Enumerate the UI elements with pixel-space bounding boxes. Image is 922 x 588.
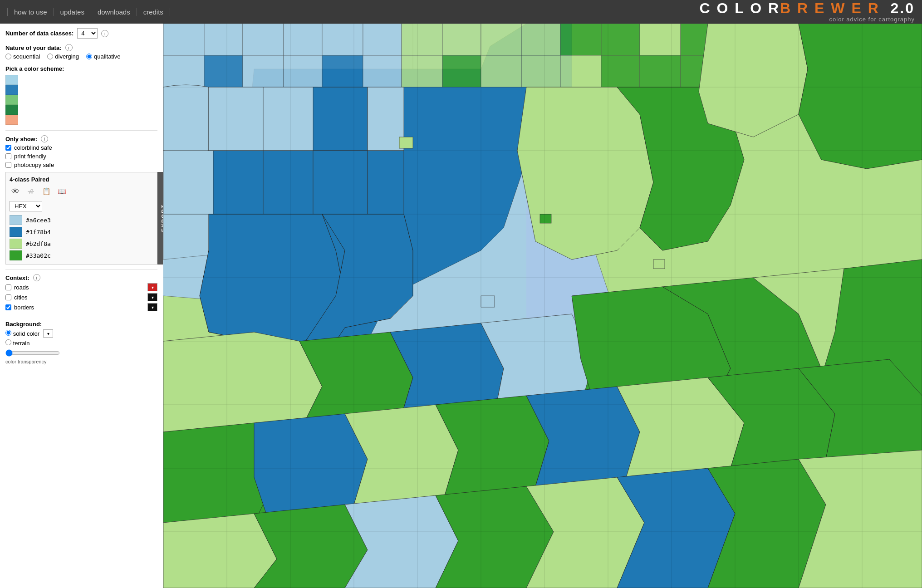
radio-sequential-label: sequential [13,53,40,60]
radio-terrain[interactable]: terrain [5,340,29,347]
only-show-label: Only show: [5,136,37,142]
cb-colorblind-input[interactable] [5,145,11,151]
color-hex-2: #b2df8a [26,240,51,247]
nature-label: Nature of your data: [5,44,62,51]
background-section: Background: solid color ▾ terrain color … [5,316,157,364]
color-entry-3: #33a02c [10,250,153,260]
color-entry-2: #b2df8a [10,239,153,249]
cb-print[interactable]: print friendly [5,153,157,160]
context-borders-row: borders ▾ [5,303,157,311]
radio-diverging-input[interactable] [47,54,53,59]
radio-solid[interactable]: solid color [5,330,39,337]
nature-info[interactable]: i [65,44,73,51]
svg-rect-13 [322,55,363,87]
cb-cities-input[interactable] [5,294,11,300]
nature-section: Nature of your data: i sequential diverg… [5,44,157,60]
radio-sequential-input[interactable] [5,54,11,59]
background-label: Background: [5,321,42,328]
cb-borders-input[interactable] [5,304,11,310]
svg-rect-22 [522,55,560,87]
cb-photocopy-label: photocopy safe [14,162,54,168]
palette-title: 4-class Paired [10,176,153,183]
context-info[interactable]: i [33,274,40,281]
cb-roads-input[interactable] [5,284,11,290]
export-bar[interactable]: EXPORT [157,172,163,265]
nav-credits[interactable]: credits [137,8,170,16]
cb-roads[interactable]: roads [5,284,145,291]
roads-color-btn[interactable]: ▾ [147,283,157,291]
svg-rect-21 [522,24,560,55]
svg-rect-3 [163,24,204,55]
eye-icon[interactable]: 👁 [10,186,21,197]
svg-rect-8 [363,24,402,55]
map-svg [163,24,922,588]
radio-terrain-label: terrain [13,340,30,347]
svg-rect-10 [204,55,243,87]
no-print-icon[interactable]: 🖨 [25,186,37,197]
svg-rect-5 [243,24,284,55]
svg-rect-6 [284,24,322,55]
cb-print-label: print friendly [14,153,46,160]
cb-colorblind[interactable]: colorblind safe [5,144,157,151]
svg-rect-14 [363,55,402,87]
svg-rect-27 [640,24,681,55]
data-classes-label: Number of data classes: [5,30,74,37]
swatch-1[interactable] [5,85,18,95]
cb-print-input[interactable] [5,153,11,159]
radio-solid-input[interactable] [5,330,11,336]
radio-sequential[interactable]: sequential [5,53,40,60]
nav-downloads[interactable]: downloads [91,8,137,16]
radio-qualitative-input[interactable] [86,54,92,59]
cb-photocopy[interactable]: photocopy safe [5,162,157,168]
svg-rect-11 [243,55,284,87]
svg-rect-44 [653,260,665,269]
cities-color-btn[interactable]: ▾ [147,293,157,301]
sidebar: Number of data classes: 3 4 5 6 7 8 9 10… [0,24,163,588]
swatch-2[interactable] [5,95,18,105]
radio-terrain-input[interactable] [5,339,11,345]
nav-updates[interactable]: updates [54,8,91,16]
palette-icons: 👁 🖨 📋 📖 [10,186,153,197]
copy-icon[interactable]: 📋 [40,186,52,197]
transparency-slider[interactable] [5,349,60,357]
radio-qualitative[interactable]: qualitative [86,53,121,60]
color-swatches [5,75,157,125]
cb-borders[interactable]: borders [5,304,145,311]
only-show-info[interactable]: i [41,135,48,142]
logo-title: C O L O RB R E W E R 2.0 [700,0,915,16]
color-box-0 [10,215,22,225]
bg-color-btn[interactable]: ▾ [43,329,53,338]
svg-rect-23 [560,24,601,55]
svg-rect-26 [601,55,640,87]
data-classes-info[interactable]: i [101,30,108,37]
palette-wrapper: 4-class Paired 👁 🖨 📋 📖 HEX RGB CMYK #a6c… [5,172,157,265]
svg-rect-28 [640,55,681,87]
swatch-4[interactable] [5,115,18,125]
logo: C O L O RB R E W E R 2.0 color advice fo… [700,0,915,23]
borders-color-btn[interactable]: ▾ [147,303,157,311]
color-hex-0: #a6cee3 [26,217,51,224]
cb-borders-label: borders [14,304,34,311]
main-layout: Number of data classes: 3 4 5 6 7 8 9 10… [0,24,922,588]
color-hex-3: #33a02c [26,252,51,259]
swatch-3[interactable] [5,105,18,115]
format-select[interactable]: HEX RGB CMYK [10,201,42,211]
swatch-0[interactable] [5,75,18,85]
cb-cities[interactable]: cities [5,294,145,301]
header: how to use updates downloads credits C O… [0,0,922,24]
cb-photocopy-input[interactable] [5,162,11,168]
radio-diverging[interactable]: diverging [47,53,79,60]
context-section: Context: i roads ▾ cities ▾ [5,269,157,311]
color-box-2 [10,239,22,249]
data-classes-section: Number of data classes: 3 4 5 6 7 8 9 10… [5,28,157,39]
radio-qualitative-label: qualitative [94,53,121,60]
svg-rect-12 [284,55,322,87]
nav-how-to-use[interactable]: how to use [7,8,54,16]
svg-rect-18 [442,55,481,87]
data-classes-select[interactable]: 3 4 5 6 7 8 9 10 11 12 [77,28,98,39]
svg-rect-4 [204,24,243,55]
svg-rect-15 [402,24,442,55]
svg-rect-20 [481,55,522,87]
main-nav: how to use updates downloads credits [7,8,170,16]
book-icon[interactable]: 📖 [56,186,68,197]
